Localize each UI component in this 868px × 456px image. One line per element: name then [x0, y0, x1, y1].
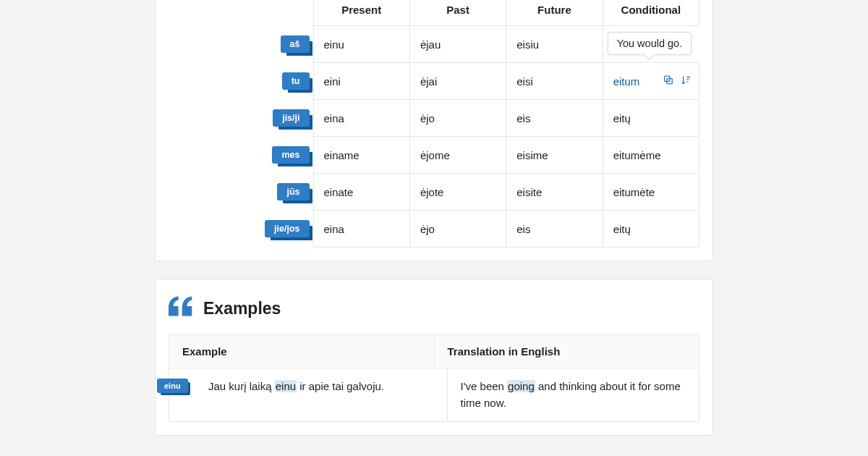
conj-cell[interactable]: einu [313, 26, 409, 63]
examples-header-example: Example [169, 335, 434, 368]
conj-cell[interactable]: ėjo [409, 100, 506, 137]
pronoun-cell: jūs [169, 174, 313, 211]
table-row: tueiniėjaieisieitum [169, 63, 699, 100]
sort-icon[interactable] [680, 75, 692, 88]
table-row: jie/joseinaėjoeiseitų [169, 211, 699, 248]
conj-cell[interactable]: eisime [506, 137, 603, 174]
translation-tooltip: You would go. [608, 32, 692, 55]
examples-card: Examples Example Translation in English … [155, 279, 713, 436]
conj-cell[interactable]: eitumėme [603, 137, 699, 174]
conj-cell[interactable]: eini [313, 63, 409, 100]
pronoun-tag: jie/jos [265, 220, 309, 237]
conj-cell[interactable]: einame [313, 137, 409, 174]
conj-cell[interactable]: ėjau [409, 26, 506, 63]
conj-cell[interactable]: eitų [603, 211, 699, 248]
pronoun-cell: tu [169, 63, 313, 100]
pronoun-tag: jūs [277, 183, 309, 200]
conjugation-table-wrapper: Present Past Future Conditional ašeinuėj… [169, 0, 699, 248]
conj-cell[interactable]: einate [313, 174, 409, 211]
pronoun-tag: tu [282, 72, 310, 90]
conj-cell[interactable]: eis [506, 100, 603, 137]
cell-actions [663, 75, 692, 88]
copy-icon[interactable] [663, 75, 674, 88]
conj-cell[interactable]: eisi [506, 63, 603, 100]
table-row: jis/jieinaėjoeiseitų [169, 100, 699, 137]
example-text: Jau kurį laiką einu ir apie tai galvoju. [169, 368, 447, 421]
examples-header-translation: Translation in English [434, 335, 699, 368]
table-row: jūseinateėjoteeisiteeitumėte [169, 174, 699, 211]
table-row: ašeinuėjaueisiuYou would go. [169, 26, 699, 63]
pronoun-cell: mes [169, 137, 313, 174]
conj-cell[interactable]: eisiu [506, 26, 603, 63]
pronoun-cell: aš [169, 26, 313, 63]
pronoun-tag: mes [272, 146, 309, 164]
conjugation-table: Present Past Future Conditional ašeinuėj… [169, 0, 699, 248]
example-tag: einu [157, 379, 188, 393]
pronoun-tag: jis/ji [273, 109, 309, 127]
pronoun-tag: aš [281, 35, 310, 53]
conj-header-past: Past [409, 0, 506, 26]
examples-table: Example Translation in English einuJau k… [169, 334, 699, 422]
table-row: meseinameėjomeeisimeeitumėme [169, 137, 699, 174]
conj-cell[interactable]: eitum [603, 63, 699, 100]
conj-cell[interactable]: eis [506, 211, 603, 248]
conj-cell[interactable]: eitumėte [603, 174, 699, 211]
conj-header-conditional: Conditional [603, 0, 699, 26]
conj-cell[interactable]: eina [313, 100, 409, 137]
translation-highlight: going [507, 380, 535, 392]
conj-header-future: Future [506, 0, 603, 26]
conj-header-empty [169, 0, 313, 26]
conj-cell[interactable]: eina [313, 211, 409, 248]
conj-cell[interactable]: ėjome [409, 137, 506, 174]
translation-text: I've been going and thinking about it fo… [447, 368, 699, 421]
examples-header-row: Example Translation in English [169, 335, 699, 368]
examples-title: Examples [203, 299, 281, 318]
conj-cell[interactable]: You would go. [603, 26, 699, 63]
pronoun-cell: jie/jos [169, 211, 313, 248]
conj-cell[interactable]: ėjo [409, 211, 506, 248]
conj-cell[interactable]: eitų [603, 100, 699, 137]
example-row: einuJau kurį laiką einu ir apie tai galv… [169, 368, 699, 421]
pronoun-cell: jis/ji [169, 100, 313, 137]
conj-cell[interactable]: eisite [506, 174, 603, 211]
conj-header-present: Present [313, 0, 409, 26]
example-highlight: einu [275, 380, 297, 392]
quote-icon [169, 295, 193, 321]
conj-cell[interactable]: ėjai [409, 63, 506, 100]
examples-heading: Examples [169, 295, 699, 321]
conj-cell[interactable]: ėjote [409, 174, 506, 211]
